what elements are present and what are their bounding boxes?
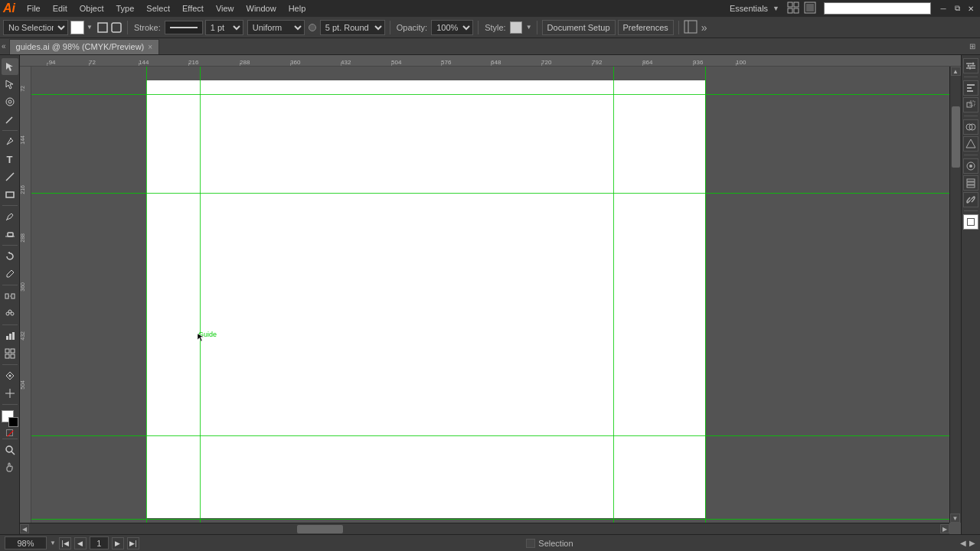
zoom-dropdown-icon[interactable]: ▼ xyxy=(50,540,56,546)
menu-help[interactable]: Help xyxy=(283,2,312,15)
grid-tool[interactable] xyxy=(2,345,18,362)
menu-effect[interactable]: Effect xyxy=(177,2,209,15)
scroll-down-button[interactable]: ▼ xyxy=(950,514,960,523)
pathfinder-panel-btn[interactable] xyxy=(963,119,978,135)
workspace-label: Essentials xyxy=(730,4,768,13)
document-tab[interactable]: guides.ai @ 98% (CMYK/Preview) × xyxy=(9,39,160,54)
stroke-weight-select[interactable]: 1 pt xyxy=(205,20,243,35)
pen-tool[interactable] xyxy=(2,133,18,150)
scroll-up-button[interactable]: ▲ xyxy=(951,67,961,76)
restore-button[interactable]: ⧉ xyxy=(951,2,963,15)
links-panel-btn[interactable] xyxy=(963,192,978,207)
direct-selection-tool[interactable] xyxy=(2,76,18,93)
next-page-button[interactable]: ▶ xyxy=(112,537,124,549)
menu-view[interactable]: View xyxy=(211,2,240,15)
magic-wand-tool[interactable] xyxy=(2,111,18,128)
type-tool[interactable]: T xyxy=(2,151,18,168)
lasso-tool[interactable] xyxy=(2,93,18,110)
transform-panel-btn[interactable] xyxy=(963,97,978,112)
color-panel-btn[interactable] xyxy=(963,136,978,152)
guide-vertical-2[interactable] xyxy=(200,67,201,523)
tool-separator-3 xyxy=(2,245,18,246)
hand-tool[interactable] xyxy=(2,459,18,476)
ruler-label: 576 xyxy=(441,59,451,66)
symbol-tool[interactable] xyxy=(2,305,18,322)
rotate-tool[interactable] xyxy=(2,248,18,265)
search-input[interactable] xyxy=(824,2,931,15)
selection-dropdown[interactable]: No Selection xyxy=(3,20,68,35)
stroke-dot xyxy=(309,24,316,31)
status-scroll-right[interactable]: ▶ xyxy=(969,539,975,547)
rectangle-tool[interactable] xyxy=(2,186,18,203)
more-icon[interactable]: » xyxy=(701,21,707,34)
menu-type[interactable]: Type xyxy=(111,2,140,15)
panel-arrange-icon[interactable]: ⊞ xyxy=(969,42,975,51)
tab-collapse-icon[interactable]: « xyxy=(2,42,6,51)
opacity-select[interactable]: 100% xyxy=(431,20,473,35)
properties-panel-btn[interactable] xyxy=(963,58,978,73)
menu-select[interactable]: Select xyxy=(141,2,175,15)
zoom-input[interactable] xyxy=(5,536,47,549)
status-scroll-left[interactable]: ◀ xyxy=(960,539,966,547)
svg-rect-24 xyxy=(9,334,11,340)
rp-color-box[interactable] xyxy=(963,214,978,230)
layers-panel-btn[interactable] xyxy=(963,175,978,191)
scroll-left-button[interactable]: ◀ xyxy=(20,524,29,533)
tab-bar: « guides.ai @ 98% (CMYK/Preview) × ⊞ xyxy=(0,38,980,55)
align-panel-btn[interactable] xyxy=(963,80,978,96)
menu-edit[interactable]: Edit xyxy=(47,2,73,15)
fill-color-box[interactable] xyxy=(70,21,84,34)
guide-horizontal-3[interactable] xyxy=(31,435,949,436)
svg-rect-51 xyxy=(967,179,975,181)
workspace-dropdown-icon[interactable]: ▼ xyxy=(773,5,779,12)
scroll-thumb-v[interactable] xyxy=(952,106,960,168)
menu-file[interactable]: File xyxy=(21,2,46,15)
guide-horizontal-2[interactable] xyxy=(31,193,949,194)
guide-horizontal-4[interactable] xyxy=(31,519,949,520)
zoom-tool[interactable] xyxy=(2,442,18,458)
scrollbar-vertical[interactable]: ▲ ▼ xyxy=(949,67,961,523)
line-tool[interactable] xyxy=(2,168,18,185)
close-button[interactable]: ✕ xyxy=(965,2,977,15)
fg-bg-colors[interactable] xyxy=(2,410,18,427)
prev-page-button[interactable]: ◀ xyxy=(74,537,87,549)
transform-tool[interactable] xyxy=(2,367,18,384)
style-dropdown-icon[interactable]: ▼ xyxy=(526,24,532,31)
eraser-tool[interactable] xyxy=(2,226,18,243)
minimize-button[interactable]: ─ xyxy=(937,2,949,15)
eyedropper-tool[interactable] xyxy=(2,266,18,282)
svg-rect-53 xyxy=(967,185,975,187)
tab-close-button[interactable]: × xyxy=(148,43,152,51)
scroll-right-button[interactable]: ▶ xyxy=(940,524,949,533)
panel-icon1[interactable] xyxy=(684,20,697,35)
selection-tool[interactable] xyxy=(2,58,18,75)
appearance-panel-btn[interactable] xyxy=(963,158,978,174)
fill-dropdown-icon[interactable]: ▼ xyxy=(87,24,93,31)
style-label: Style: xyxy=(485,23,506,32)
free-transform-tool[interactable] xyxy=(2,385,18,402)
menu-window[interactable]: Window xyxy=(241,2,282,15)
scrollbar-horizontal[interactable]: ◀ ▶ xyxy=(20,523,949,534)
pencil-tool[interactable] xyxy=(2,208,18,225)
menu-object[interactable]: Object xyxy=(74,2,109,15)
first-page-button[interactable]: |◀ xyxy=(59,537,71,549)
stroke-type-select[interactable]: Uniform xyxy=(247,20,305,35)
guide-vertical-3[interactable] xyxy=(613,67,614,523)
guide-vertical-4[interactable] xyxy=(705,67,706,523)
svg-rect-17 xyxy=(5,294,8,298)
document-setup-button[interactable]: Document Setup xyxy=(542,20,616,35)
ruler-left: 72144216288360432504 xyxy=(20,67,31,523)
graph-tool[interactable] xyxy=(2,328,18,344)
no-color-btn[interactable] xyxy=(6,429,13,436)
canvas[interactable]: Guide xyxy=(31,67,949,523)
last-page-button[interactable]: ▶| xyxy=(127,537,139,549)
blend-tool[interactable] xyxy=(2,288,18,305)
background-color[interactable] xyxy=(8,417,18,427)
guide-horizontal-1[interactable] xyxy=(31,94,949,95)
preferences-button[interactable]: Preferences xyxy=(618,20,674,35)
guide-vertical-1[interactable] xyxy=(146,67,147,523)
stroke-cap-select[interactable]: 5 pt. Round xyxy=(320,20,385,35)
scroll-thumb-h[interactable] xyxy=(297,525,343,533)
page-number-input[interactable] xyxy=(90,536,109,549)
svg-rect-44 xyxy=(967,90,973,92)
